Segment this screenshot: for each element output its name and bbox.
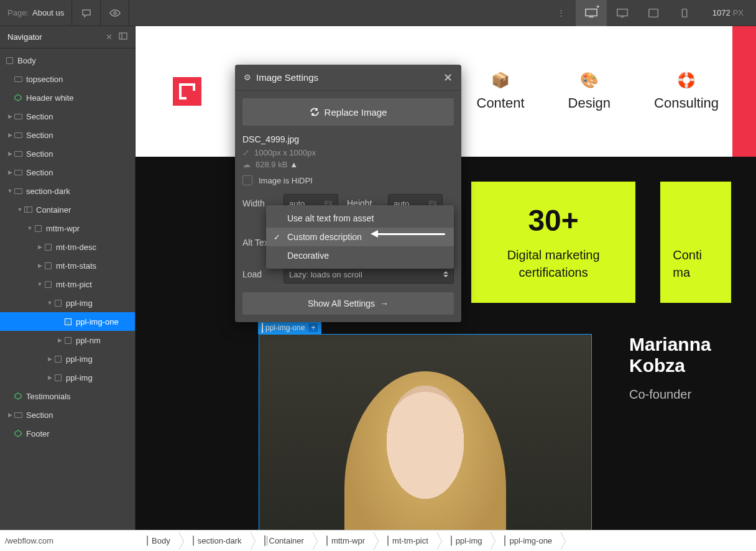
device-switcher: ✦ [576, 0, 700, 25]
tree-node-section[interactable]: ▶Section [0, 126, 135, 144]
image-filesize: ☁628.9 kB▲ [242, 160, 454, 169]
svg-rect-1 [586, 9, 597, 16]
svg-rect-4 [682, 9, 686, 17]
palette-icon: 🎨 [580, 72, 599, 89]
lifebuoy-icon: 🛟 [677, 72, 696, 89]
tree-node-header-white[interactable]: Header white [0, 88, 135, 107]
top-toolbar: Page: About us ⋮ ✦ 1072PX [0, 0, 756, 26]
tree-node-ppl-nm[interactable]: ▶ppl-nm [0, 331, 135, 350]
bottom-bar: /webflow.com Body section-dark Container… [0, 530, 756, 551]
tree-node-body[interactable]: Body [0, 51, 135, 70]
stat-card-partial: 0 Contima [660, 182, 731, 303]
close-icon[interactable]: ✕ [443, 71, 453, 85]
crumb-ppl-img[interactable]: ppl-img [437, 530, 491, 551]
tree-node-topsection[interactable]: topsection [0, 70, 135, 88]
device-mobile[interactable] [669, 0, 700, 26]
stat-card: 30+ Digital marketingcertifications [471, 182, 635, 303]
viewport-width[interactable]: 1072PX [700, 8, 756, 17]
alt-text-dropdown: Use alt text from asset Custom descripti… [266, 205, 454, 269]
nav-content[interactable]: 📦Content [477, 72, 525, 111]
device-desktop-large[interactable]: ✦ [576, 0, 607, 26]
tree-node-section[interactable]: ▶Section [0, 405, 135, 424]
svg-rect-2 [617, 9, 627, 16]
tree-node-section[interactable]: ▶Section [0, 144, 135, 163]
crumb-mt-tm-pict[interactable]: mt-tm-pict [374, 530, 437, 551]
tree-node-footer[interactable]: Footer [0, 424, 135, 443]
crumb-mttm-wpr[interactable]: mttm-wpr [313, 530, 374, 551]
svg-rect-5 [119, 33, 127, 39]
dropdown-option-custom[interactable]: Custom description [266, 228, 454, 246]
cloud-icon: ☁ [242, 160, 251, 169]
device-tablet[interactable] [638, 0, 669, 26]
navigator-panel: Navigator ✕ Body topsection Header white… [0, 26, 136, 530]
warning-icon: ▲ [290, 160, 298, 169]
replace-image-button[interactable]: Replace Image [242, 98, 454, 126]
tree-node-mt-tm-desc[interactable]: ▶mt-tm-desc [0, 238, 135, 256]
annotation-arrow [371, 231, 445, 236]
show-all-settings-button[interactable]: Show All Settings→ [242, 292, 454, 315]
tree-node-section[interactable]: ▶Section [0, 163, 135, 182]
box-icon: 📦 [491, 72, 510, 89]
navigator-title: Navigator [7, 32, 42, 42]
page-selector[interactable]: Page: About us [0, 0, 72, 25]
modal-title: Image Settings [256, 72, 443, 83]
tree-node-ppl-img[interactable]: ▶ppl-img [0, 368, 135, 387]
preview-icon[interactable] [101, 0, 129, 26]
status-url: /webflow.com [0, 536, 58, 545]
element-tag[interactable]: ppl-img-one+ [258, 322, 321, 334]
svg-point-0 [114, 12, 116, 14]
breadcrumb: Body section-dark Container mttm-wpr mt-… [133, 530, 561, 551]
person-role: Co-founder [629, 387, 731, 402]
nav-edge [732, 26, 756, 157]
tree-node-section[interactable]: ▶Section [0, 107, 135, 126]
image-dimensions: ⤢1000px x 1000px [242, 148, 454, 157]
crumb-container[interactable]: Container [251, 530, 313, 551]
tree-node-ppl-img[interactable]: ▼ppl-img [0, 294, 135, 312]
tree-node-container[interactable]: ▼Container [0, 200, 135, 219]
hidpi-checkbox[interactable]: Image is HiDPI [242, 175, 454, 185]
page-label: Page: [7, 8, 29, 17]
nav-design[interactable]: 🎨Design [568, 72, 611, 111]
refresh-icon [310, 107, 320, 117]
tree-node-testimonials[interactable]: Testimonials [0, 387, 135, 405]
more-icon[interactable]: ⋮ [547, 0, 576, 26]
tree-node-mt-tm-pict[interactable]: ▼mt-tm-pict [0, 275, 135, 294]
gear-icon: ⚙ [244, 73, 251, 82]
expand-icon: ⤢ [242, 148, 249, 157]
person-name: Marianna Kobza [629, 334, 731, 376]
tree-node-mt-tm-stats[interactable]: ▶mt-tm-stats [0, 256, 135, 275]
image-filename: DSC_4999.jpg [242, 134, 454, 144]
close-panel-icon[interactable]: ✕ [106, 32, 113, 42]
crumb-ppl-img-one[interactable]: ppl-img-one [491, 530, 561, 551]
dom-tree: Body topsection Header white ▶Section ▶S… [0, 49, 135, 530]
selected-image[interactable] [259, 334, 592, 530]
site-logo [173, 77, 201, 106]
tree-node-ppl-img[interactable]: ▶ppl-img [0, 350, 135, 368]
page-name: About us [32, 8, 64, 17]
svg-rect-3 [648, 9, 658, 17]
crumb-section-dark[interactable]: section-dark [179, 530, 251, 551]
dropdown-option-asset[interactable]: Use alt text from asset [266, 209, 454, 228]
navigator-header: Navigator ✕ [0, 26, 135, 49]
tree-node-ppl-img-one[interactable]: ppl-img-one [0, 312, 135, 331]
image-settings-modal: ⚙ Image Settings ✕ Replace Image DSC_499… [235, 65, 461, 322]
stat-number: 30+ [528, 203, 578, 238]
crumb-body[interactable]: Body [133, 530, 179, 551]
nav-consulting[interactable]: 🛟Consulting [654, 72, 719, 111]
load-label: Load [242, 269, 284, 279]
tree-node-section-dark[interactable]: ▼section-dark [0, 182, 135, 200]
tree-node-mttm-wpr[interactable]: ▼mttm-wpr [0, 219, 135, 238]
device-desktop[interactable] [607, 0, 638, 26]
arrow-right-icon: → [380, 299, 389, 308]
dock-panel-icon[interactable] [119, 32, 127, 42]
dropdown-option-decorative[interactable]: Decorative [266, 246, 454, 265]
comments-icon[interactable] [72, 0, 101, 26]
